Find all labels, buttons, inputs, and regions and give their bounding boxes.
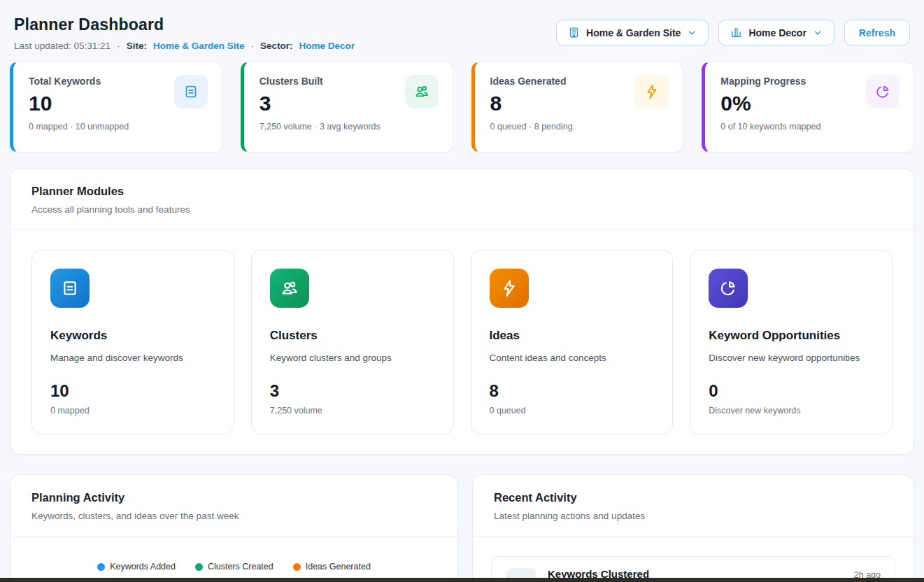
planner-modules-panel: Planner Modules Access all planning tool… (10, 168, 914, 455)
module-value: 0 (709, 381, 874, 401)
page-header: Planner Dashboard Last updated: 05:31:21… (10, 0, 914, 51)
bar-chart-icon (730, 27, 742, 38)
legend-item-keywords-added: Keywords Added (97, 562, 176, 572)
module-value: 3 (270, 381, 435, 401)
stat-sub: 0 queued · 8 pending (490, 122, 668, 132)
meta-separator: · (117, 41, 120, 51)
bottom-row: Planning Activity Keywords, clusters, an… (10, 474, 914, 582)
recent-activity-panel: Recent Activity Latest planning actions … (472, 474, 914, 582)
legend-dot-icon (97, 563, 105, 571)
chevron-down-icon (687, 28, 697, 38)
pie-chart-icon (866, 75, 900, 108)
site-label: Site: (127, 41, 147, 51)
sector-dropdown-label: Home Decor (748, 27, 806, 38)
legend-dot-icon (195, 563, 203, 571)
lightning-icon (635, 75, 669, 108)
site-dropdown-label: Home & Garden Site (586, 27, 681, 38)
stat-sub: 7,250 volume · 3 avg keywords (260, 122, 437, 132)
planning-activity-panel: Planning Activity Keywords, clusters, an… (10, 474, 458, 582)
planning-activity-subtitle: Keywords, clusters, and ideas over the p… (31, 511, 436, 521)
file-text-icon (50, 269, 90, 308)
module-caption: 0 mapped (50, 406, 215, 416)
legend-label: Keywords Added (110, 562, 176, 572)
modules-grid: Keywords Manage and discover keywords 10… (10, 230, 914, 454)
modules-panel-subtitle: Access all planning tools and features (31, 204, 893, 215)
module-title: Keyword Opportunities (709, 329, 874, 343)
header-titles: Planner Dashboard Last updated: 05:31:21… (14, 15, 355, 51)
page-title: Planner Dashboard (14, 15, 355, 34)
module-card-keyword-opportunities[interactable]: Keyword Opportunities Discover new keywo… (690, 250, 893, 434)
module-description: Discover new keyword opportunities (709, 353, 874, 363)
refresh-button[interactable]: Refresh (844, 20, 910, 45)
recent-activity-header: Recent Activity Latest planning actions … (473, 475, 914, 536)
recent-activity-list: Keywords Clustered 2h ago 3 new clusters… (473, 537, 914, 582)
header-controls: Home & Garden Site Home Decor Refresh (556, 20, 910, 45)
stats-row: Total Keywords 10 0 mapped · 10 unmapped… (10, 62, 914, 152)
meta-line: Last updated: 05:31:21 · Site: Home & Ga… (14, 41, 355, 51)
module-description: Manage and discover keywords (50, 353, 215, 363)
modules-panel-header: Planner Modules Access all planning tool… (10, 169, 914, 229)
module-title: Ideas (490, 329, 655, 343)
users-icon (270, 269, 309, 308)
stat-sub: 0 mapped · 10 unmapped (29, 122, 206, 132)
legend-dot-icon (293, 563, 301, 571)
legend-label: Ideas Generated (306, 562, 371, 572)
planning-activity-title: Planning Activity (31, 491, 436, 504)
last-updated-text: Last updated: 05:31:21 (14, 41, 111, 51)
modules-panel-title: Planner Modules (31, 185, 893, 198)
chevron-down-icon (813, 28, 823, 38)
legend-item-ideas-generated: Ideas Generated (293, 562, 371, 572)
module-description: Content ideas and concepts (490, 353, 655, 363)
recent-activity-title: Recent Activity (494, 491, 893, 504)
site-link[interactable]: Home & Garden Site (153, 41, 245, 51)
lightning-icon (490, 269, 529, 308)
legend-item-clusters-created: Clusters Created (195, 562, 273, 572)
planning-activity-header: Planning Activity Keywords, clusters, an… (10, 475, 457, 536)
refresh-button-label: Refresh (859, 27, 895, 38)
bottom-dark-strip (0, 578, 924, 582)
building-icon (568, 27, 580, 38)
module-card-ideas[interactable]: Ideas Content ideas and concepts 8 0 que… (471, 250, 674, 434)
recent-activity-subtitle: Latest planning actions and updates (494, 511, 893, 521)
stat-card-clusters-built: Clusters Built 3 7,250 volume · 3 avg ke… (241, 62, 453, 152)
sector-link[interactable]: Home Decor (299, 41, 355, 51)
module-description: Keyword clusters and groups (270, 353, 435, 363)
chart-legend: Keywords Added Clusters Created Ideas Ge… (10, 537, 457, 572)
legend-label: Clusters Created (208, 562, 273, 572)
module-value: 10 (50, 381, 215, 401)
module-title: Clusters (270, 329, 435, 343)
module-card-clusters[interactable]: Clusters Keyword clusters and groups 3 7… (251, 250, 454, 434)
stat-card-ideas-generated: Ideas Generated 8 0 queued · 8 pending (471, 62, 684, 152)
stat-card-total-keywords: Total Keywords 10 0 mapped · 10 unmapped (10, 62, 222, 152)
module-caption: 0 queued (490, 406, 655, 416)
pie-chart-icon (709, 269, 748, 308)
module-card-keywords[interactable]: Keywords Manage and discover keywords 10… (31, 250, 234, 434)
stat-sub: 0 of 10 keywords mapped (720, 122, 898, 132)
stat-card-mapping-progress: Mapping Progress 0% 0 of 10 keywords map… (702, 62, 914, 152)
file-text-icon (174, 75, 208, 108)
module-value: 8 (490, 381, 655, 401)
module-caption: 7,250 volume (270, 406, 435, 416)
users-icon (405, 75, 439, 108)
site-dropdown[interactable]: Home & Garden Site (556, 20, 709, 45)
meta-separator: · (250, 41, 254, 51)
module-caption: Discover new keywords (709, 406, 874, 416)
planner-dashboard-page: Planner Dashboard Last updated: 05:31:21… (0, 0, 924, 582)
sector-dropdown[interactable]: Home Decor (718, 20, 834, 45)
sector-label: Sector: (260, 41, 293, 51)
module-title: Keywords (50, 329, 215, 343)
